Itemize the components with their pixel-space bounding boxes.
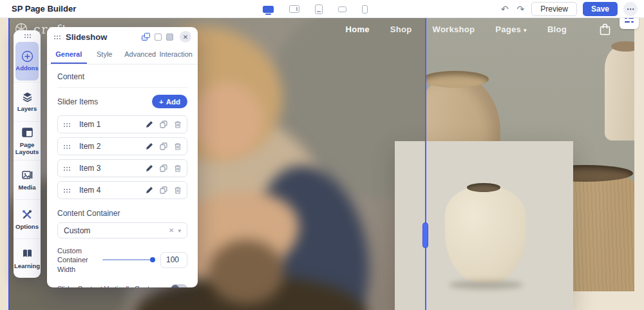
product-vase-image [445,186,526,283]
sidebar-item-label: Learning [14,263,40,270]
device-desktop-icon[interactable] [263,6,274,13]
app-title: SP Page Builder [12,4,76,14]
device-switcher [263,0,368,18]
sidebar-item-label: Page Layouts [15,142,39,156]
slider-item-row[interactable]: Item 1 [57,115,187,133]
toolbar-actions: ↶ ↷ Preview Save ⋯ [500,0,638,18]
save-button[interactable]: Save [583,2,618,16]
tab-style[interactable]: Style [87,46,123,64]
drag-dots-icon[interactable] [63,144,70,149]
close-icon[interactable]: ✕ [180,31,191,43]
nav-item-workshop[interactable]: Workshop [433,24,475,34]
dock-left-icon[interactable] [155,34,162,41]
panel-body: Content Slider Items + Add Item 1 [47,64,198,287]
sidebar-item-addons[interactable]: Addons [15,42,39,81]
vertical-center-field: Slider Content Vertically Center [57,284,187,287]
column-resize-handle[interactable] [422,222,428,248]
more-options-button[interactable]: ⋯ [623,2,638,16]
content-container-value: Custom [64,226,165,235]
column-divider-line [425,18,426,310]
redo-icon[interactable]: ↷ [516,5,526,14]
sidebar-item-options[interactable]: Options [14,199,41,238]
delete-trash-icon[interactable] [173,164,182,173]
sidebar-drag-handle[interactable] [14,30,41,41]
tab-interaction[interactable]: Interaction [158,46,194,64]
device-mobile-portrait-icon[interactable] [362,5,368,14]
cart-bag-icon[interactable] [600,23,611,35]
duplicate-icon[interactable] [159,121,167,129]
edit-pencil-icon[interactable] [145,142,153,151]
tab-general[interactable]: General [51,46,87,64]
tools-icon [21,208,33,221]
device-tablet-portrait-icon[interactable] [315,5,323,14]
edit-pencil-icon[interactable] [145,121,153,129]
slider-items-label: Slider Items [57,97,98,106]
slider-item-row[interactable]: Item 3 [57,159,187,177]
page-layout-icon [21,126,33,139]
vertical-center-label: Slider Content Vertically Center [57,285,156,287]
edit-pencil-icon[interactable] [145,186,153,195]
panel-title: Slideshow [66,32,137,42]
photo-clay-pot [209,240,284,304]
slider-item-row[interactable]: Item 2 [57,137,187,155]
nav-item-blog[interactable]: Blog [547,24,567,34]
sidebar-item-label: Addons [15,65,38,72]
sidebar-item-media[interactable]: Media [14,160,41,199]
book-icon [21,247,33,260]
vertical-center-toggle[interactable] [171,284,187,287]
content-container-field: Content Container Custom ✕ ▾ [57,209,187,238]
preview-button[interactable]: Preview [531,2,577,16]
content-container-label: Content Container [57,209,187,218]
nav-item-pages[interactable]: Pages▾ [495,24,527,34]
chevron-down-icon: ▾ [524,27,527,34]
dock-right-icon[interactable] [166,34,173,41]
custom-width-input[interactable] [160,252,187,268]
product-card[interactable] [395,141,573,310]
sidebar-item-page-layouts[interactable]: Page Layouts [14,121,41,160]
slider-items-header: Slider Items + Add [57,95,187,108]
delete-trash-icon[interactable] [173,186,182,195]
delete-trash-icon[interactable] [173,142,182,151]
drag-dots-icon[interactable] [63,166,70,171]
panel-tabs: General Style Advanced Interaction [47,46,198,64]
builder-toggle-icon [625,18,634,24]
slider-item-row[interactable]: Item 4 [57,181,187,199]
drag-dots-icon [24,34,31,38]
builder-toggle-button[interactable] [620,18,639,29]
drag-dots-icon[interactable] [63,188,70,193]
sidebar-item-layers[interactable]: Layers [14,82,41,121]
tab-advanced[interactable]: Advanced [122,46,158,64]
add-item-button[interactable]: + Add [152,95,187,108]
panel-header: Slideshow ✕ [47,27,198,46]
nav-item-home[interactable]: Home [346,24,370,34]
delete-trash-icon[interactable] [173,121,182,129]
builder-toolbar: SP Page Builder ↶ ↷ Preview Save ⋯ [0,0,644,18]
layers-icon [21,90,33,103]
duplicate-icon[interactable] [159,164,167,173]
content-section-heading: Content [57,72,187,88]
drag-dots-icon[interactable] [63,122,70,127]
slider-items-list: Item 1 Item 2 [57,115,187,199]
device-mobile-landscape-icon[interactable] [338,6,346,12]
duplicate-icon[interactable] [159,186,167,195]
custom-width-slider[interactable] [102,255,155,265]
edit-pencil-icon[interactable] [145,164,153,173]
slider-track[interactable] [102,259,151,260]
sidebar-item-learning[interactable]: Learning [14,238,41,278]
photo-face [192,82,263,159]
clear-selection-icon[interactable]: ✕ [169,227,174,234]
sidebar-item-label: Media [19,184,36,191]
device-tablet-landscape-icon[interactable] [289,5,299,13]
undo-icon[interactable]: ↶ [500,5,510,14]
slideshow-settings-panel: Slideshow ✕ General Style Advanced Inter… [47,27,198,287]
plus-circle-icon [21,50,33,63]
nav-item-shop[interactable]: Shop [390,24,412,34]
panel-drag-handle-icon[interactable] [53,35,61,39]
duplicate-icon[interactable] [159,142,167,151]
media-icon [21,169,33,182]
slider-thumb[interactable] [150,257,155,262]
builder-sidebar: Addons Layers Page Layouts Media Options [14,30,41,278]
duplicate-panel-icon[interactable] [142,33,150,41]
content-container-select[interactable]: Custom ✕ ▾ [57,222,187,238]
vase-small-top [605,45,634,140]
